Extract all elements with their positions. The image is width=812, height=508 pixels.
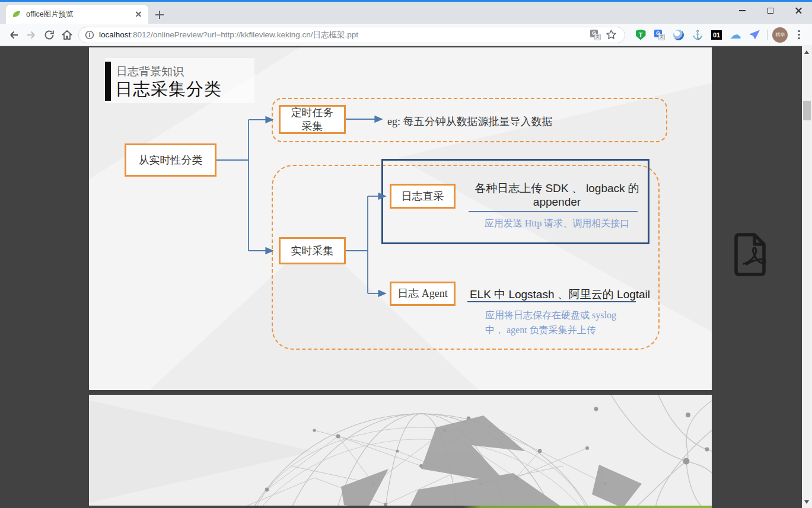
back-icon (8, 29, 20, 41)
maximize-button[interactable] (756, 2, 784, 20)
green-shield-icon: T (636, 30, 646, 40)
new-tab-button[interactable] (154, 9, 165, 20)
extensions-row: T G 文 ⚓ 01 ☁ 精华 (632, 27, 807, 43)
window-titlebar: office图片预览 (0, 0, 812, 24)
browser-menu-button[interactable] (791, 27, 807, 43)
refresh-icon (43, 29, 55, 41)
scroll-up-icon[interactable] (804, 50, 809, 54)
node-realtime-classification: 从实时性分类 (125, 143, 216, 177)
toolbar-divider (767, 30, 768, 40)
cloud-extension-button[interactable]: ☁ (727, 27, 744, 43)
paper-plane-icon (749, 30, 760, 40)
forward-button[interactable] (23, 26, 40, 44)
translate-sub-letter: 文 (594, 34, 601, 40)
zero-one-extension-button[interactable]: 01 (708, 27, 725, 43)
node-realtime-collect: 实时采集 (279, 237, 346, 264)
translate-sub-letter: 文 (658, 34, 665, 40)
next-slide-sliver (89, 506, 712, 508)
node-label: 日志直采 (402, 190, 444, 203)
agent-heading: ELK 中 Logstash 、阿里云的 Logtail (461, 287, 658, 302)
anchor-icon: ⚓ (692, 30, 703, 39)
slide-2 (89, 395, 712, 508)
agent-note: 应用将日志保存在硬盘或 syslog 中， agent 负责采集并上传 (485, 308, 663, 338)
url-path: :8012/onlinePreview?url=http://kkfilevie… (130, 30, 358, 39)
direct-heading-underline (469, 211, 638, 212)
page-translate-button[interactable]: G 文 (588, 27, 603, 43)
translate-icon: G 文 (654, 30, 665, 40)
node-label: 实时采集 (291, 244, 334, 258)
node-timed-task-collect: 定时任务 采集 (279, 105, 346, 134)
refresh-button[interactable] (40, 26, 58, 44)
agent-note-line2: 中， agent 负责采集并上传 (485, 323, 663, 338)
node-label: 从实时性分类 (139, 154, 203, 167)
spring-leaf-favicon (12, 9, 21, 19)
page-scrollbar[interactable] (802, 46, 812, 508)
node-label-line1: 定时任务 (291, 106, 334, 120)
page-info-icon[interactable] (85, 30, 94, 40)
node-log-agent: 日志 Agent (390, 282, 456, 306)
close-button[interactable] (784, 2, 812, 20)
profile-button[interactable]: 精华 (772, 27, 788, 43)
blue-swirl-icon (673, 30, 684, 40)
close-icon (795, 7, 802, 14)
gray-extension-button[interactable]: ⚓ (689, 27, 706, 43)
forward-icon (26, 29, 37, 41)
window-accent-strip (0, 0, 812, 2)
star-icon (606, 29, 617, 40)
tab-close-icon[interactable] (134, 9, 144, 19)
url-host: localhost (99, 30, 130, 39)
avatar: 精华 (772, 27, 788, 43)
home-button[interactable] (58, 26, 76, 44)
adguard-extension-button[interactable]: T (632, 27, 649, 43)
node-direct-collect: 日志直采 (390, 184, 456, 209)
pdf-preview-button[interactable] (728, 231, 773, 277)
address-bar[interactable]: localhost:8012/onlinePreview?url=http://… (78, 27, 625, 43)
pdf-file-icon (728, 231, 773, 277)
node-label: 日志 Agent (397, 287, 448, 301)
url-text: localhost:8012/onlinePreview?url=http://… (99, 30, 588, 40)
translate-page-icon: G 文 (590, 30, 601, 40)
maximize-icon (768, 8, 773, 14)
bookmark-button[interactable] (603, 27, 619, 43)
minimize-button[interactable] (728, 2, 756, 20)
slide-1: 日志背景知识 日志采集分类 (89, 47, 712, 390)
browser-toolbar: localhost:8012/onlinePreview?url=http://… (0, 24, 812, 46)
direct-heading: 各种日志上传 SDK 、 logback 的 appender (463, 181, 651, 209)
cloud-icon: ☁ (730, 29, 741, 40)
window-controls (728, 2, 812, 20)
minimize-icon (739, 10, 746, 11)
kebab-menu-icon (798, 30, 800, 40)
01-badge-icon: 01 (711, 30, 722, 40)
direct-note: 应用发送 Http 请求、调用相关接口 (463, 218, 651, 230)
node-label-line2: 采集 (302, 120, 323, 133)
back-button[interactable] (5, 26, 23, 44)
plane-extension-button[interactable] (746, 27, 763, 43)
agent-note-line1: 应用将日志保存在硬盘或 syslog (485, 308, 663, 323)
scroll-down-icon[interactable] (804, 500, 809, 504)
home-icon (61, 29, 73, 41)
scrollbar-thumb[interactable] (803, 101, 811, 120)
swirl-extension-button[interactable] (670, 27, 687, 43)
tab-title: office图片预览 (26, 9, 134, 20)
translate-extension-button[interactable]: G 文 (651, 27, 668, 43)
page-content: 日志背景知识 日志采集分类 (0, 46, 812, 508)
browser-tab[interactable]: office图片预览 (6, 5, 148, 24)
timed-example-text: eg: 每五分钟从数据源批量导入数据 (387, 114, 553, 129)
agent-heading-underline (467, 301, 636, 302)
